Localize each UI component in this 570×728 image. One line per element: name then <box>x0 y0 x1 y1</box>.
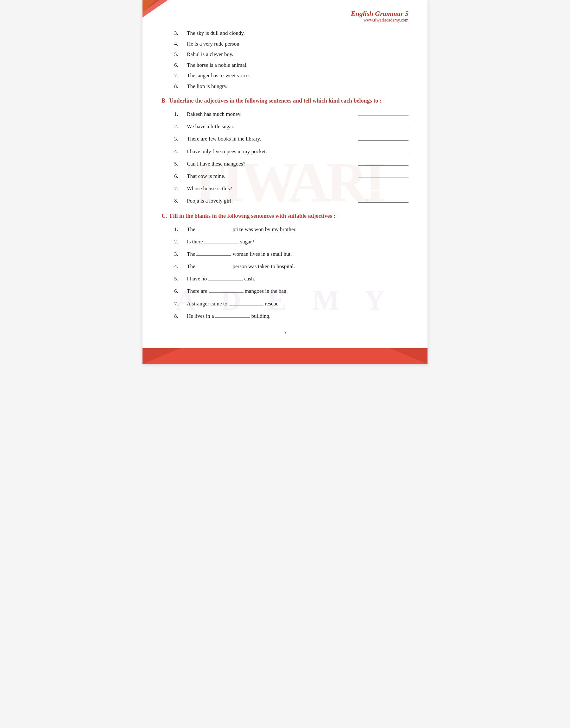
fill-blank[interactable] <box>208 280 243 280</box>
item-number: 3. <box>174 134 187 143</box>
item-text: We have a little sugar. <box>187 122 351 131</box>
fill-blank[interactable] <box>209 292 244 293</box>
item-number: 4. <box>174 262 187 271</box>
item-number: 6. <box>174 287 187 295</box>
item-after: sugar? <box>240 237 254 246</box>
fill-blank[interactable] <box>196 255 231 256</box>
item-number: 4. <box>174 40 187 48</box>
item-number: 7. <box>174 72 187 80</box>
list-item: 8.Pooja is a lovely girl. <box>174 196 408 205</box>
item-number: 2. <box>174 237 187 246</box>
item-text: I have only five rupees in my pocket. <box>187 147 351 156</box>
list-item: 4. Theperson was taken to hospital. <box>174 262 408 271</box>
list-item: 5. I have nocash. <box>174 274 408 283</box>
svg-marker-4 <box>142 348 181 364</box>
list-item: 3.There are few books in the library. <box>174 134 408 143</box>
answer-line[interactable] <box>358 202 408 202</box>
item-number: 3. <box>174 29 187 37</box>
list-item: 3.The sky is dull and cloudy. <box>174 29 408 37</box>
list-item: 8. He lives in abuilding. <box>174 312 408 320</box>
answer-line[interactable] <box>358 140 408 140</box>
fill-blank[interactable] <box>196 268 231 268</box>
item-number: 8. <box>174 196 187 205</box>
item-text: Whose house is this? <box>187 184 351 193</box>
item-after: mangoes in the bag. <box>245 287 288 295</box>
list-item: 6. There aremangoes in the bag. <box>174 287 408 295</box>
item-text: Pooja is a lovely girl. <box>187 196 351 205</box>
item-after: woman lives in a small hut. <box>232 250 292 258</box>
svg-rect-3 <box>142 348 428 364</box>
item-number: 3. <box>174 250 187 258</box>
item-after: building. <box>251 312 270 320</box>
answer-line[interactable] <box>358 190 408 190</box>
item-text: Rahul is a clever boy. <box>187 50 233 59</box>
item-before: I have no <box>187 274 207 283</box>
answer-line[interactable] <box>358 177 408 178</box>
item-text: The sky is dull and cloudy. <box>187 29 245 37</box>
item-before: Is there <box>187 237 203 246</box>
page: TIWARI A D E M Y English Grammar 5 www.t… <box>142 0 428 364</box>
item-text: There are few books in the library. <box>187 134 351 143</box>
section-b-letter: B. <box>162 97 167 104</box>
answer-line[interactable] <box>358 128 408 128</box>
fill-blank[interactable] <box>204 243 239 243</box>
item-number: 5. <box>174 274 187 283</box>
list-item: 1. Theprize was won by my brother. <box>174 225 408 233</box>
item-text: The lion is hungry. <box>187 82 227 90</box>
item-number: 8. <box>174 312 187 320</box>
list-item: 8.The lion is hungry. <box>174 82 408 90</box>
item-before: The <box>187 250 195 258</box>
item-text: Can I have these mangoes? <box>187 159 351 168</box>
list-item: 5.Can I have these mangoes? <box>174 159 408 168</box>
item-number: 8. <box>174 82 187 90</box>
item-text: The horse is a noble animal. <box>187 61 248 69</box>
item-number: 5. <box>174 159 187 168</box>
item-before: There are <box>187 287 208 295</box>
svg-marker-2 <box>142 0 155 13</box>
page-number: 5 <box>162 330 408 335</box>
list-item: 6.That cow is mine. <box>174 172 408 180</box>
item-number: 5. <box>174 50 187 59</box>
item-text: He is a very rude person. <box>187 40 241 48</box>
item-before: He lives in a <box>187 312 214 320</box>
item-text: The singer has a sweet voice. <box>187 72 250 80</box>
section-c-list: 1. Theprize was won by my brother.2. Is … <box>174 225 408 320</box>
list-item: 6.The horse is a noble animal. <box>174 61 408 69</box>
section-b-heading: B.Underline the adjectives in the follow… <box>162 96 408 105</box>
item-number: 6. <box>174 172 187 180</box>
section-c-letter: C. <box>162 213 167 219</box>
page-header: English Grammar 5 www.tiwariacademy.com <box>162 9 408 23</box>
item-number: 7. <box>174 184 187 193</box>
list-item: 5.Rahul is a clever boy. <box>174 50 408 59</box>
answer-line[interactable] <box>358 153 408 153</box>
answer-line[interactable] <box>358 115 408 116</box>
fill-blank[interactable] <box>229 305 263 305</box>
item-number: 1. <box>174 225 187 233</box>
item-number: 1. <box>174 110 187 118</box>
item-number: 2. <box>174 122 187 131</box>
fill-blank[interactable] <box>215 317 250 318</box>
list-item: 7. A stranger came torescue. <box>174 299 408 308</box>
answer-line[interactable] <box>358 165 408 165</box>
list-item: 3. Thewoman lives in a small hut. <box>174 250 408 258</box>
item-text: Rakesh has much money. <box>187 110 351 118</box>
list-item: 7.The singer has a sweet voice. <box>174 72 408 80</box>
item-after: cash. <box>244 274 255 283</box>
section-b-list: 1.Rakesh has much money.2.We have a litt… <box>174 110 408 205</box>
list-item: 4.I have only five rupees in my pocket. <box>174 147 408 156</box>
section-c-heading: C.Fill in the blanks in the following se… <box>162 212 408 220</box>
item-after: prize was won by my brother. <box>232 225 296 233</box>
item-after: rescue. <box>265 299 280 308</box>
item-number: 6. <box>174 61 187 69</box>
list-item: 4.He is a very rude person. <box>174 40 408 48</box>
item-after: person was taken to hospital. <box>232 262 295 271</box>
list-item: 1.Rakesh has much money. <box>174 110 408 118</box>
website-url: www.tiwariacademy.com <box>162 18 408 23</box>
fill-blank[interactable] <box>196 231 231 231</box>
item-before: A stranger came to <box>187 299 227 308</box>
section-a-list: 3.The sky is dull and cloudy.4.He is a v… <box>174 29 408 90</box>
list-item: 2. Is theresugar? <box>174 237 408 246</box>
item-before: The <box>187 225 195 233</box>
item-before: The <box>187 262 195 271</box>
book-title: English Grammar 5 <box>162 9 408 18</box>
